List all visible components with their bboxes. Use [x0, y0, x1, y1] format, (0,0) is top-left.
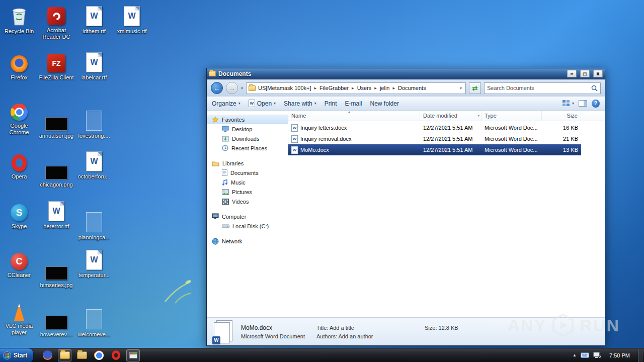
column-header-type[interactable]: Type — [481, 111, 542, 121]
sidebar-item-pictures[interactable]: Pictures — [207, 187, 288, 197]
breadcrumb-separator-icon[interactable]: ▸ — [313, 85, 317, 90]
desktop-icon-vlc[interactable]: VLC media player — [1, 299, 37, 335]
file-row-inquiry-removal[interactable]: W Inquiry removal.docx 12/27/2021 5:51 A… — [288, 133, 581, 144]
details-authors[interactable]: Authors: Add an author — [316, 333, 425, 339]
desktop-icon-himseries[interactable]: himseries.jpg — [38, 258, 74, 289]
desktop-icon-annualsun[interactable]: annualsun.jpg — [38, 109, 74, 139]
sidebar-item-local-disk-c[interactable]: Local Disk (C:) — [207, 221, 288, 231]
ghost-placeholder-icon — [86, 109, 102, 131]
desktop-icon-filezilla[interactable]: FZ FileZilla Client — [38, 50, 74, 81]
desktop-icon-recycle-bin[interactable]: Recycle Bin — [1, 4, 37, 35]
word-document-large-icon: W — [214, 320, 233, 343]
email-button[interactable]: E-mail — [345, 100, 362, 107]
sidebar-item-network[interactable]: Network — [207, 236, 288, 246]
column-header-name[interactable]: ▲ Name — [288, 111, 420, 121]
breadcrumb-item[interactable]: jelin — [378, 84, 391, 92]
desktop-icon-firefox[interactable]: Firefox — [1, 50, 37, 81]
breadcrumb-separator-icon[interactable]: ▸ — [351, 85, 355, 90]
taskbar-firefox-button[interactable] — [41, 349, 54, 361]
open-button[interactable]: W Open ▾ — [249, 100, 276, 107]
column-header-size[interactable]: Size — [542, 111, 581, 121]
column-header-date-modified[interactable]: Date modified ▾ — [420, 111, 481, 121]
recent-pages-dropdown-icon[interactable]: ▾ — [241, 86, 243, 90]
search-input[interactable] — [487, 85, 591, 91]
desktop-icon-howeverev[interactable]: howeverev.... — [38, 307, 74, 338]
search-icon[interactable] — [591, 85, 598, 92]
desktop-icon-google-chrome[interactable]: Google Chrome — [1, 99, 37, 135]
breadcrumb-separator-icon[interactable]: ▸ — [374, 85, 377, 90]
address-folder-icon — [249, 85, 256, 91]
file-date-modified: 12/27/2021 5:51 AM — [420, 147, 481, 153]
column-header-label: Type — [485, 113, 497, 119]
sidebar-item-libraries[interactable]: Libraries — [207, 158, 288, 168]
taskbar-chrome-button[interactable] — [92, 349, 106, 361]
print-button[interactable]: Print — [325, 100, 337, 107]
forward-button[interactable]: → — [226, 82, 238, 94]
desktop-icon-idthem[interactable]: W idthem.rtf — [76, 4, 112, 35]
sidebar-item-computer[interactable]: Computer — [207, 212, 288, 221]
change-view-button[interactable]: ▾ — [562, 100, 574, 107]
address-breadcrumb[interactable]: US[Metamask 100k+] ▸ FileGrabber ▸ Users… — [246, 82, 466, 94]
maximize-button[interactable]: □ — [580, 70, 590, 77]
details-file-name: MoMo.docx — [241, 324, 316, 331]
show-hidden-icons-button[interactable]: ▲ — [573, 353, 577, 357]
back-button[interactable]: ← — [211, 82, 223, 94]
show-desktop-button[interactable] — [638, 348, 643, 362]
desktop-icon-hererror[interactable]: W hererror.rtf — [38, 199, 74, 230]
desktop-icon-temperatur[interactable]: W temperatur... — [76, 248, 112, 279]
search-box[interactable] — [484, 82, 601, 94]
address-history-dropdown-icon[interactable]: ▾ — [458, 86, 463, 90]
desktop-icon-acrobat[interactable]: Acrobat Reader DC — [38, 3, 74, 40]
sidebar-item-desktop[interactable]: Desktop — [207, 124, 288, 134]
sidebar-item-favorites[interactable]: Favorites — [207, 115, 288, 124]
desktop-icon-label: welcomeve... — [78, 331, 110, 338]
sidebar-item-documents[interactable]: Documents — [207, 168, 288, 177]
help-button[interactable]: ? — [592, 100, 600, 108]
desktop-icon-labelcar[interactable]: W labelcar.rtf — [76, 50, 112, 81]
desktop-icon-skype[interactable]: S Skype — [1, 199, 37, 230]
sidebar-item-videos[interactable]: Videos — [207, 197, 288, 206]
details-file-type: Microsoft Word Document — [241, 333, 316, 339]
taskbar-running-app-button[interactable] — [126, 349, 140, 361]
sidebar-item-music[interactable]: Music — [207, 177, 288, 187]
breadcrumb-item[interactable]: Users — [356, 84, 373, 92]
desktop-icon-opera[interactable]: Opera — [1, 149, 37, 180]
breadcrumb-item[interactable]: FileGrabber — [318, 84, 350, 92]
taskbar-opera-button[interactable] — [109, 349, 123, 361]
details-title[interactable]: Title: Add a title — [316, 325, 425, 331]
sidebar-item-recent-places[interactable]: Recent Places — [207, 143, 288, 153]
organize-button[interactable]: Organize ▾ — [212, 100, 240, 107]
share-with-button[interactable]: Share with ▾ — [284, 100, 316, 107]
taskbar-folder-button[interactable] — [75, 349, 89, 361]
new-folder-button[interactable]: New folder — [370, 100, 399, 107]
breadcrumb-item[interactable]: US[Metamask 100k+] — [257, 84, 312, 92]
desktop-icon-label: Acrobat Reader DC — [38, 27, 74, 40]
desktop-icon-chicagon[interactable]: chicagon.png — [38, 157, 74, 188]
taskbar-clock[interactable]: 7:50 PM — [609, 352, 630, 358]
network-status-icon[interactable] — [593, 352, 601, 358]
filter-dropdown-icon[interactable]: ▾ — [477, 114, 479, 118]
desktop-icon-welcomeve[interactable]: welcomeve... — [76, 307, 112, 338]
taskbar-explorer-button[interactable] — [58, 349, 71, 361]
desktop-icon-planningca[interactable]: planningca... — [76, 210, 112, 241]
desktop-icon-ccleaner[interactable]: C CCleaner — [1, 248, 37, 279]
film-strip-icon — [222, 199, 229, 205]
start-button[interactable]: Start — [0, 348, 34, 362]
sidebar-item-downloads[interactable]: Downloads — [207, 134, 288, 143]
keyboard-icon[interactable] — [581, 352, 589, 358]
preview-pane-button[interactable] — [579, 100, 587, 107]
opera-icon — [112, 350, 120, 360]
breadcrumb-item[interactable]: Documents — [396, 84, 428, 92]
close-button[interactable]: × — [593, 70, 603, 77]
desktop-icon-lovestrong[interactable]: lovestrong.... — [76, 109, 112, 139]
desktop-icon-xmlmusic[interactable]: W xmlmusic.rtf — [114, 4, 150, 35]
minimize-button[interactable]: – — [567, 70, 577, 77]
desktop-icon-octoberforu[interactable]: W octoberforu... — [76, 149, 112, 180]
desktop-icon-label: xmlmusic.rtf — [117, 28, 147, 35]
refresh-button[interactable]: ⇄ — [469, 82, 481, 94]
new-folder-label: New folder — [370, 100, 399, 107]
window-titlebar[interactable]: Documents – □ × — [207, 68, 605, 79]
file-row-inquiry-letters[interactable]: W Inquiry letters.docx 12/27/2021 5:51 A… — [288, 122, 581, 133]
breadcrumb-separator-icon[interactable]: ▸ — [392, 85, 395, 90]
file-row-momo-selected[interactable]: W MoMo.docx 12/27/2021 5:51 AM Microsoft… — [288, 144, 581, 155]
